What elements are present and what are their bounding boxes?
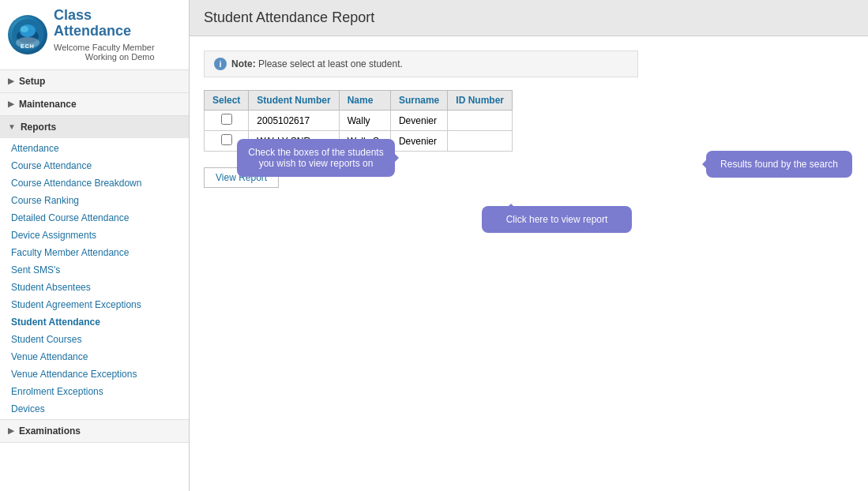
chevron-down-icon: ▼ bbox=[8, 122, 16, 131]
nav-link-detailed-course-attendance[interactable]: Detailed Course Attendance bbox=[0, 209, 189, 227]
tooltip-results: Results found by the search bbox=[706, 151, 852, 178]
logo-icon: ECH bbox=[8, 15, 47, 54]
chevron-right-icon: ▶ bbox=[8, 99, 14, 108]
nav-link-student-absentees[interactable]: Student Absentees bbox=[0, 279, 189, 296]
table-header-row: Select Student Number Name Surname ID Nu… bbox=[205, 91, 513, 111]
nav-link-attendance[interactable]: Attendance bbox=[0, 140, 189, 157]
nav-section-examinations: ▶ Examinations bbox=[0, 420, 189, 443]
note-text: Please select at least one student. bbox=[258, 58, 403, 69]
col-id-number: ID Number bbox=[448, 91, 513, 111]
nav-link-course-ranking[interactable]: Course Ranking bbox=[0, 192, 189, 209]
app-title: Class Attendance bbox=[54, 8, 155, 39]
sidebar-item-setup[interactable]: ▶ Setup bbox=[0, 70, 189, 92]
row1-student-number: 2005102617 bbox=[249, 111, 339, 131]
sidebar-nav: ▶ Setup ▶ Maintenance ▼ Reports Attendan… bbox=[0, 70, 189, 491]
main-content: Student Attendance Report i Note: Please… bbox=[190, 0, 868, 491]
tooltip-view-report: Click here to view report bbox=[482, 206, 632, 233]
row2-surname: Devenier bbox=[390, 131, 447, 152]
nav-link-course-attendance-breakdown[interactable]: Course Attendance Breakdown bbox=[0, 174, 189, 192]
sidebar-header: ECH Class Attendance Welcome Faculty Mem… bbox=[0, 0, 189, 70]
page-header: Student Attendance Report bbox=[190, 0, 868, 36]
info-icon: i bbox=[214, 58, 227, 70]
nav-link-venue-attendance-exceptions[interactable]: Venue Attendance Exceptions bbox=[0, 365, 189, 383]
note-box: i Note: Please select at least one stude… bbox=[204, 51, 638, 77]
page-title: Student Attendance Report bbox=[204, 9, 854, 26]
nav-link-faculty-member-attendance[interactable]: Faculty Member Attendance bbox=[0, 244, 189, 261]
row1-checkbox[interactable] bbox=[221, 114, 232, 125]
row1-surname: Devenier bbox=[390, 111, 447, 131]
chevron-right-icon: ▶ bbox=[8, 426, 14, 435]
row1-checkbox-cell bbox=[205, 111, 249, 131]
svg-text:ECH: ECH bbox=[21, 43, 35, 49]
col-student-number: Student Number bbox=[249, 91, 339, 111]
row1-id bbox=[448, 111, 513, 131]
nav-link-student-agreement-exceptions[interactable]: Student Agreement Exceptions bbox=[0, 296, 189, 313]
col-name: Name bbox=[339, 91, 390, 111]
col-surname: Surname bbox=[390, 91, 447, 111]
nav-link-devices[interactable]: Devices bbox=[0, 400, 189, 418]
row2-id bbox=[448, 131, 513, 152]
nav-link-sent-sms[interactable]: Sent SMS's bbox=[0, 261, 189, 279]
nav-section-setup: ▶ Setup bbox=[0, 70, 189, 93]
note-label: Note: bbox=[231, 58, 256, 69]
main-body: i Note: Please select at least one stude… bbox=[190, 36, 868, 491]
tooltip-check-students: Check the boxes of the students you wish… bbox=[237, 139, 395, 177]
sidebar-item-examinations[interactable]: ▶ Examinations bbox=[0, 420, 189, 442]
nav-section-maintenance: ▶ Maintenance bbox=[0, 93, 189, 116]
welcome-text: Welcome Faculty Member Working on Demo bbox=[54, 43, 155, 62]
sidebar-item-reports[interactable]: ▼ Reports bbox=[0, 116, 189, 138]
row1-name: Wally bbox=[339, 111, 390, 131]
table-row: 2005102617 Wally Devenier bbox=[205, 111, 513, 131]
chevron-right-icon: ▶ bbox=[8, 77, 14, 85]
col-select: Select bbox=[205, 91, 249, 111]
sidebar-item-maintenance[interactable]: ▶ Maintenance bbox=[0, 93, 189, 115]
nav-link-enrolment-exceptions[interactable]: Enrolment Exceptions bbox=[0, 383, 189, 400]
row2-checkbox[interactable] bbox=[221, 134, 232, 145]
nav-link-student-courses[interactable]: Student Courses bbox=[0, 331, 189, 348]
sidebar: ECH Class Attendance Welcome Faculty Mem… bbox=[0, 0, 190, 491]
nav-link-venue-attendance[interactable]: Venue Attendance bbox=[0, 348, 189, 365]
svg-point-3 bbox=[21, 26, 28, 32]
nav-section-reports: ▼ Reports Attendance Course Attendance C… bbox=[0, 116, 189, 420]
reports-submenu: Attendance Course Attendance Course Atte… bbox=[0, 138, 189, 419]
nav-link-course-attendance[interactable]: Course Attendance bbox=[0, 157, 189, 174]
nav-link-device-assignments[interactable]: Device Assignments bbox=[0, 227, 189, 244]
nav-link-student-attendance[interactable]: Student Attendance bbox=[0, 313, 189, 331]
logo-text: Class Attendance Welcome Faculty Member … bbox=[54, 8, 155, 62]
